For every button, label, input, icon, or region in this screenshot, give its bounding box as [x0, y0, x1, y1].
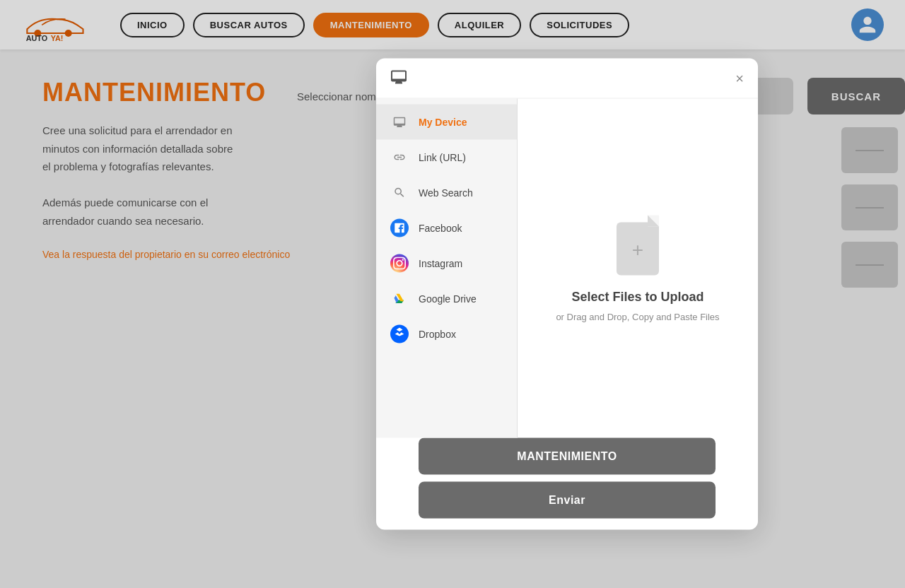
facebook-icon: [390, 219, 409, 237]
file-corner: [648, 215, 659, 226]
side-item-google-drive-label: Google Drive: [419, 293, 477, 305]
google-drive-icon: [390, 290, 409, 308]
side-item-instagram-label: Instagram: [419, 258, 462, 269]
device-icon: [390, 113, 409, 131]
modal-header-left: [390, 69, 407, 88]
upload-area[interactable]: + Select Files to Upload or Drag and Dro…: [518, 99, 758, 438]
side-item-facebook[interactable]: Facebook: [376, 211, 517, 246]
upload-title: Select Files to Upload: [571, 289, 703, 304]
side-item-google-drive[interactable]: Google Drive: [376, 281, 517, 317]
side-item-instagram[interactable]: Instagram: [376, 246, 517, 281]
instagram-icon: [390, 254, 409, 273]
mantenimiento-button[interactable]: MANTENIMIENTO: [419, 438, 716, 475]
modal-header: ×: [376, 59, 758, 99]
modal-close-button[interactable]: ×: [735, 71, 744, 86]
enviar-button[interactable]: Enviar: [419, 482, 716, 519]
side-item-link-label: Link (URL): [419, 152, 466, 163]
file-picker-modal: × My Device Link (URL): [376, 59, 758, 530]
side-item-link-url[interactable]: Link (URL): [376, 140, 517, 175]
link-icon: [390, 148, 409, 167]
side-item-facebook-label: Facebook: [419, 223, 462, 234]
search-icon: [390, 184, 409, 202]
monitor-icon: [390, 69, 407, 88]
side-item-my-device[interactable]: My Device: [376, 105, 517, 140]
modal-body: My Device Link (URL) Web Search: [376, 99, 758, 438]
upload-subtitle: or Drag and Drop, Copy and Paste Files: [556, 311, 719, 322]
side-item-web-search-label: Web Search: [419, 187, 473, 199]
side-panel: My Device Link (URL) Web Search: [376, 99, 518, 438]
dropbox-icon: [390, 325, 409, 343]
side-item-dropbox[interactable]: Dropbox: [376, 317, 517, 352]
bottom-buttons: MANTENIMIENTO Enviar: [376, 438, 758, 519]
side-item-web-search[interactable]: Web Search: [376, 175, 517, 211]
upload-file-icon: +: [613, 215, 662, 275]
side-item-my-device-label: My Device: [419, 117, 467, 128]
side-item-dropbox-label: Dropbox: [419, 329, 456, 340]
file-plus: +: [632, 240, 643, 259]
